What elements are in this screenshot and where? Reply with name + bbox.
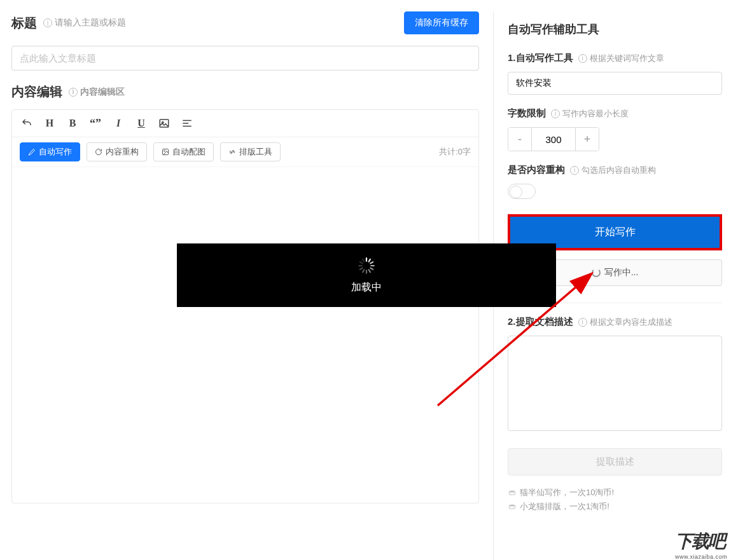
- extract-desc-label: 2.提取文档描述 i根据文章内容生成描述: [508, 316, 722, 328]
- word-limit-label: 字数限制 i写作内容最小长度: [508, 107, 722, 120]
- svg-rect-11: [370, 261, 374, 264]
- editor-actions: 自动写作 内容重构 自动配图 排版工具 共计:0字: [12, 137, 478, 167]
- heading-icon[interactable]: H: [43, 116, 57, 130]
- keyword-input[interactable]: [508, 72, 722, 95]
- svg-rect-19: [359, 261, 363, 264]
- title-label: 标题: [11, 15, 37, 32]
- info-icon: i: [69, 88, 78, 97]
- editor-toolbar: H B “” I U: [12, 110, 478, 137]
- footer-hints: 猫半仙写作，一次10淘币! 小龙猫排版，一次1淘币!: [508, 487, 722, 512]
- italic-icon[interactable]: I: [111, 116, 125, 130]
- svg-point-6: [164, 151, 165, 152]
- svg-rect-14: [368, 268, 371, 273]
- bold-icon[interactable]: B: [66, 116, 80, 130]
- svg-point-7: [509, 491, 515, 493]
- restructure-toggle[interactable]: [508, 184, 536, 199]
- stepper-plus-button[interactable]: +: [576, 128, 599, 151]
- layout-tool-button[interactable]: 排版工具: [220, 142, 281, 161]
- info-icon: i: [570, 166, 579, 175]
- svg-rect-20: [362, 258, 365, 263]
- description-textarea[interactable]: [508, 336, 722, 431]
- loading-overlay: 加载中: [177, 243, 556, 307]
- svg-rect-10: [368, 258, 371, 263]
- watermark: 下载吧 www.xiazaiba.com: [671, 528, 731, 560]
- watermark-main: 下载吧: [675, 529, 727, 554]
- svg-rect-13: [370, 267, 374, 270]
- coin-icon: [508, 502, 517, 511]
- quote-icon[interactable]: “”: [88, 116, 102, 130]
- spinner-icon: [592, 268, 601, 277]
- info-icon: i: [578, 318, 587, 327]
- image-icon[interactable]: [157, 116, 171, 130]
- svg-rect-12: [370, 264, 375, 266]
- undo-icon[interactable]: [20, 116, 34, 130]
- word-count: 共计:0字: [439, 146, 471, 158]
- auto-write-button[interactable]: 自动写作: [20, 142, 80, 161]
- title-header: 标题 i 请输入主题或标题 清除所有缓存: [11, 11, 479, 34]
- svg-rect-15: [366, 270, 367, 274]
- watermark-sub: www.xiazaiba.com: [675, 554, 727, 560]
- content-edit-hint: i 内容编辑区: [69, 86, 125, 98]
- info-icon: i: [43, 18, 52, 27]
- restructure-toggle-label: 是否内容重构 i勾选后内容自动重构: [508, 164, 722, 176]
- coin-icon: [508, 488, 517, 497]
- word-limit-input[interactable]: [531, 128, 576, 151]
- editor-content-area[interactable]: [12, 167, 478, 498]
- article-title-input[interactable]: [11, 46, 479, 71]
- underline-icon[interactable]: U: [134, 116, 148, 130]
- svg-rect-16: [362, 268, 365, 273]
- word-limit-stepper: - +: [508, 127, 599, 151]
- restructure-button[interactable]: 内容重构: [87, 142, 147, 161]
- extract-desc-button[interactable]: 提取描述: [508, 448, 722, 475]
- loading-text: 加载中: [351, 281, 382, 294]
- svg-rect-9: [366, 257, 367, 262]
- info-icon: i: [578, 54, 587, 63]
- sidebar-title: 自动写作辅助工具: [508, 22, 722, 37]
- svg-rect-17: [359, 267, 363, 270]
- svg-point-8: [509, 505, 515, 507]
- align-icon[interactable]: [180, 116, 194, 130]
- clear-cache-button[interactable]: 清除所有缓存: [404, 11, 479, 34]
- title-hint: i 请输入主题或标题: [43, 17, 126, 29]
- content-edit-label: 内容编辑 i 内容编辑区: [11, 83, 479, 100]
- stepper-minus-button[interactable]: -: [508, 128, 531, 151]
- info-icon: i: [551, 109, 560, 118]
- auto-write-tool-label: 1.自动写作工具 i根据关键词写作文章: [508, 52, 722, 64]
- loading-spinner-icon: [358, 257, 375, 275]
- svg-rect-18: [358, 264, 363, 266]
- auto-image-button[interactable]: 自动配图: [153, 142, 214, 161]
